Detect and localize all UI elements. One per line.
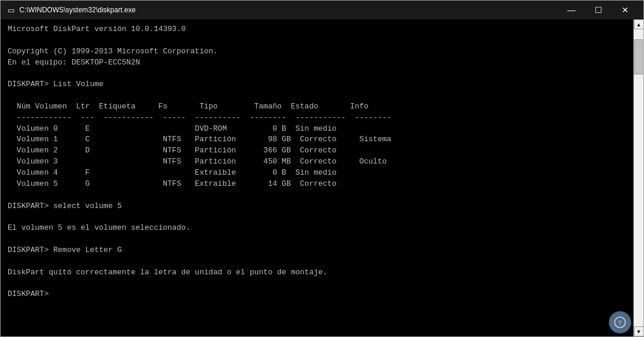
- scrollbar[interactable]: ▲ ▼: [633, 19, 643, 336]
- table-header: Núm Volumen Ltr Etiqueta Fs Tipo Tamaño …: [8, 102, 368, 111]
- content-area: Microsoft DiskPart versión 10.0.14393.0 …: [1, 19, 643, 336]
- terminal-line3: Copyright (C) 1999-2013 Microsoft Corpor…: [8, 47, 218, 56]
- maximize-button[interactable]: ☐: [585, 1, 612, 19]
- terminal-line1: Microsoft DiskPart versión 10.0.14393.0: [8, 25, 186, 33]
- scroll-up-button[interactable]: ▲: [634, 19, 644, 29]
- scrollbar-thumb[interactable]: [634, 39, 643, 74]
- titlebar-title: C:\WINDOWS\system32\diskpart.exe: [19, 6, 136, 14]
- terminal[interactable]: Microsoft DiskPart versión 10.0.14393.0 …: [1, 19, 633, 336]
- minimize-button[interactable]: —: [558, 1, 585, 19]
- assist-icon: ?: [609, 311, 631, 333]
- terminal-line4: En el equipo: DESKTOP-ECC5N2N: [8, 58, 140, 67]
- table-row1: Volumen 1 C NTFS Partición 98 GB Correct…: [8, 135, 391, 144]
- terminal-result2: DiskPart quitó correctamente la letra de…: [8, 268, 327, 277]
- terminal-cmd-list: DISKPART> List Volume: [8, 80, 104, 88]
- table-row2: Volumen 2 D NTFS Partición 366 GB Correc…: [8, 146, 337, 155]
- table-row3: Volumen 3 NTFS Partición 450 MB Correcto…: [8, 157, 387, 166]
- titlebar-left: ▭ C:\WINDOWS\system32\diskpart.exe: [8, 6, 136, 15]
- terminal-cmd1: DISKPART> select volume 5: [8, 202, 122, 210]
- svg-text:?: ?: [618, 318, 622, 327]
- titlebar-controls: — ☐ ✕: [558, 1, 639, 19]
- terminal-prompt: DISKPART>: [8, 290, 53, 298]
- titlebar: ▭ C:\WINDOWS\system32\diskpart.exe — ☐ ✕: [1, 1, 643, 19]
- table-sep: ------------ --- ----------- ----- -----…: [8, 113, 391, 122]
- terminal-result1: El volumen 5 es el volumen seleccionado.: [8, 223, 190, 232]
- terminal-cmd2: DISKPART> Remove Letter G: [8, 246, 122, 254]
- table-row5: Volumen 5 G NTFS Extraíble 14 GB Correct…: [8, 179, 337, 188]
- close-button[interactable]: ✕: [612, 1, 639, 19]
- table-row4: Volumen 4 F Extraíble 0 B Sin medio: [8, 168, 337, 177]
- table-row0: Volumen 0 E DVD-ROM 0 B Sin medio: [8, 124, 337, 133]
- app-icon: ▭: [8, 6, 15, 15]
- scroll-down-button[interactable]: ▼: [634, 326, 644, 336]
